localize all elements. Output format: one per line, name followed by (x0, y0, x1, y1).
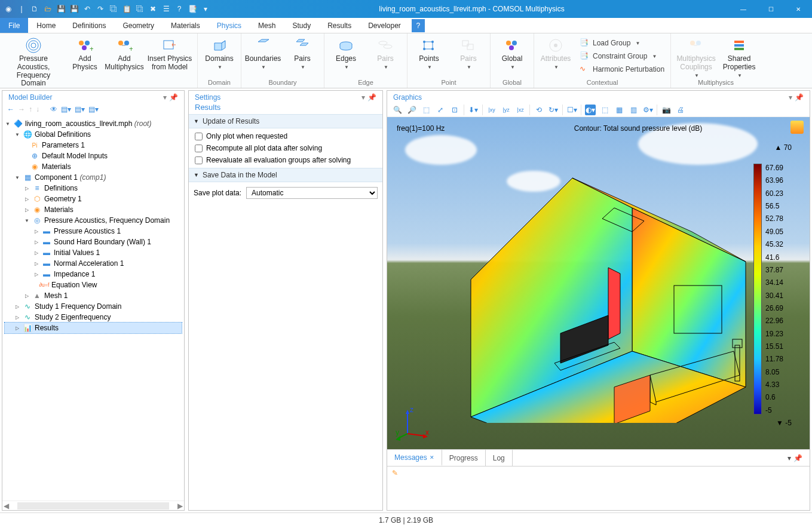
constraint-group-button[interactable]: 📑Constraint Group▼ (577, 50, 667, 62)
messages-tab[interactable]: Messages✕ (387, 450, 442, 466)
more-icon[interactable]: ▾ (201, 4, 210, 14)
tree-global-defs[interactable]: ▼🌐Global Definitions (5, 129, 182, 140)
reevaluate-checkbox[interactable]: Reevaluate all evaluation groups after s… (195, 156, 376, 164)
menu-mesh[interactable]: Mesh (250, 18, 284, 33)
harmonic-button[interactable]: ∿Harmonic Perturbation (577, 63, 667, 75)
zoom-in-icon[interactable]: 🔍 (392, 105, 403, 115)
zoom-extents-icon[interactable]: ⤢ (435, 105, 446, 115)
grid-icon[interactable]: ▥ (628, 105, 639, 115)
zoom-out-icon[interactable]: 🔎 (406, 105, 417, 115)
boundaries-button[interactable]: Boundaries▼ (245, 35, 281, 70)
rotate-icon[interactable]: ↻▾ (548, 105, 559, 115)
save-icon[interactable]: 💾 (56, 4, 66, 14)
panel-menu-icon[interactable]: ▾ (788, 454, 791, 462)
copy-icon[interactable]: ⿻ (109, 4, 118, 14)
pressure-acoustics-button[interactable]: Pressure Acoustics, Frequency Domain▼ (4, 35, 63, 94)
pin-icon[interactable]: 📌 (367, 93, 376, 102)
default-view-icon[interactable]: ⟲ (534, 105, 544, 115)
duplicate-icon[interactable]: ⿻ (135, 4, 145, 14)
tree-pressure-acoustics[interactable]: ▼◎Pressure Acoustics, Frequency Domain (5, 215, 182, 226)
wireframe-icon[interactable]: ▦ (614, 105, 624, 115)
print-icon[interactable]: 🖨 (675, 105, 686, 115)
shared-properties-button[interactable]: Shared Properties▼ (721, 35, 757, 78)
xy-icon[interactable]: |xy (486, 105, 497, 115)
recompute-checkbox[interactable]: Recompute all plot data after solving (195, 144, 376, 152)
log-tab[interactable]: Log (486, 450, 513, 466)
model-tree[interactable]: ▼🔷living_room_acoustics_llrevit.mph (roo… (2, 116, 184, 501)
menu-developer[interactable]: Developer (360, 18, 409, 33)
load-group-button[interactable]: 📑Load Group▼ (577, 37, 667, 49)
save-as-icon[interactable]: 💾 (69, 4, 79, 14)
nav-up-icon[interactable]: ↑ (29, 105, 32, 113)
menu-study[interactable]: Study (284, 18, 319, 33)
transparency-icon[interactable]: ⬚ (599, 105, 610, 115)
tree-pa1[interactable]: ▷▬Pressure Acoustics 1 (5, 226, 182, 237)
panel-menu-icon[interactable]: ▾ (361, 93, 365, 102)
tree-geometry[interactable]: ▷⬡Geometry 1 (5, 194, 182, 204)
tree-impedance[interactable]: ▷▬Impedance 1 (5, 269, 182, 280)
tree-definitions[interactable]: ▷≡Definitions (5, 183, 182, 194)
tree-study1[interactable]: ▷∿Study 1 Frequency Domain (5, 301, 182, 312)
boundary-pairs-button[interactable]: Pairs▼ (284, 35, 320, 70)
undo-icon[interactable]: ↶ (82, 4, 92, 14)
menu-geometry[interactable]: Geometry (114, 18, 163, 33)
panel-menu-icon[interactable]: ▾ (163, 93, 167, 102)
help-qa-icon[interactable]: ? (174, 4, 184, 14)
pin-icon[interactable]: 📌 (169, 93, 178, 102)
global-button[interactable]: Global▼ (494, 35, 530, 70)
section-update-results[interactable]: ▼Update of Results (189, 114, 382, 128)
graphics-canvas[interactable]: freq(1)=100 Hz Contour: Total sound pres… (387, 117, 810, 449)
tree-mesh[interactable]: ▷▲Mesh 1 (5, 290, 182, 301)
nav-fwd-icon[interactable]: → (18, 105, 25, 113)
new-icon[interactable]: 🗋 (30, 4, 39, 14)
model-builder-scrollbar[interactable]: ◀▶ (2, 501, 184, 510)
tree-study2[interactable]: ▷∿Study 2 Eigenfrequency (5, 312, 182, 323)
menu-results[interactable]: Results (319, 18, 360, 33)
tree-materials-comp[interactable]: ▷◉Materials (5, 204, 182, 215)
add-physics-button[interactable]: + Add Physics (67, 35, 103, 72)
xz-icon[interactable]: |xz (515, 105, 526, 115)
pin-icon[interactable]: 📌 (793, 454, 802, 462)
menu-definitions[interactable]: Definitions (64, 18, 114, 33)
snapshot-icon[interactable]: 📷 (661, 105, 672, 115)
filter-icon[interactable]: ▤▾ (88, 105, 99, 113)
zoom-selected-icon[interactable]: ⊡ (449, 105, 460, 115)
domains-button[interactable]: Domains▼ (201, 35, 237, 70)
tree-results[interactable]: ▷📊Results (5, 323, 182, 333)
panel-menu-icon[interactable]: ▾ (789, 93, 792, 102)
close-button[interactable]: ✕ (785, 0, 812, 18)
tree-equation-view[interactable]: ∂u=fEquation View (5, 280, 182, 290)
yz-icon[interactable]: |yz (501, 105, 511, 115)
menu-home[interactable]: Home (28, 18, 64, 33)
points-button[interactable]: Points▼ (411, 35, 447, 70)
menu-file[interactable]: File (0, 18, 28, 33)
properties-icon[interactable]: ☰ (161, 4, 171, 14)
tree-parameters[interactable]: PiParameters 1 (5, 140, 182, 151)
add-multiphysics-button[interactable]: + Add Multiphysics (106, 35, 142, 72)
pin-icon[interactable]: 📌 (795, 93, 804, 102)
show-icon[interactable]: 👁 (50, 105, 57, 113)
progress-tab[interactable]: Progress (442, 450, 486, 466)
tree-materials-global[interactable]: ◉Materials (5, 161, 182, 172)
tree-default-inputs[interactable]: ⊕Default Model Inputs (5, 151, 182, 161)
collapse-icon[interactable]: ▤▾ (61, 105, 71, 113)
zoom-box-icon[interactable]: ⬚ (421, 105, 431, 115)
expand-icon[interactable]: ▤▾ (75, 105, 85, 113)
section-save-data[interactable]: ▼Save Data in the Model (189, 168, 382, 182)
minimize-button[interactable]: — (730, 0, 757, 18)
view-xy-dropdown-icon[interactable]: ⬇▾ (468, 105, 479, 115)
open-icon[interactable]: 🗁 (43, 4, 53, 14)
scene-light-icon[interactable]: ◐▾ (585, 105, 596, 115)
delete-icon[interactable]: ✖ (148, 4, 158, 14)
preferences-icon[interactable]: ⚙▾ (642, 105, 653, 115)
nav-down-icon[interactable]: ↓ (36, 105, 39, 113)
insert-physics-button[interactable]: Insert Physics from Model (146, 35, 194, 72)
tree-initial-values[interactable]: ▷▬Initial Values 1 (5, 247, 182, 258)
paste-icon[interactable]: 📋 (122, 4, 131, 14)
maximize-button[interactable]: ☐ (757, 0, 785, 18)
tree-component[interactable]: ▼▦Component 1 (comp1) (5, 172, 182, 183)
nav-back-icon[interactable]: ← (7, 105, 14, 113)
redo-icon[interactable]: ↷ (96, 4, 105, 14)
save-plot-select[interactable]: Automatic (246, 187, 378, 199)
close-tab-icon[interactable]: ✕ (430, 455, 434, 461)
